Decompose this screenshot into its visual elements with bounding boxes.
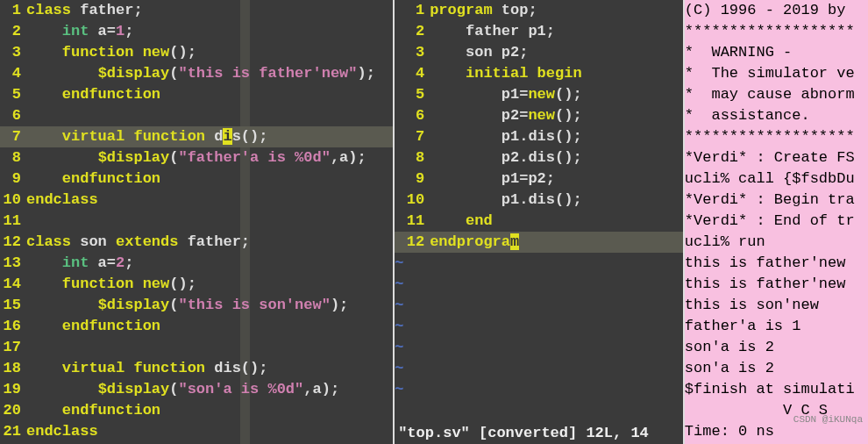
terminal-line: * assistance. <box>685 105 868 126</box>
line-number: 1 <box>395 0 430 21</box>
output-terminal-pane[interactable]: (C) 1996 - 2019 by ******************** … <box>685 0 868 444</box>
terminal-line: this is father'new <box>685 253 868 274</box>
code-line[interactable]: 19 $display("son'a is %0d",a); <box>0 379 393 400</box>
empty-line-tilde: ~ <box>395 358 683 379</box>
left-editor-pane[interactable]: 1class father;2 int a=1;3 function new()… <box>0 0 393 444</box>
code-line[interactable]: 4 $display("this is father'new"); <box>0 63 393 84</box>
cursor: i <box>223 128 231 145</box>
code-line[interactable]: 21endclass <box>0 421 393 442</box>
code-line[interactable]: 1class father; <box>0 0 393 21</box>
code-line[interactable]: 12class son extends father; <box>0 232 393 253</box>
empty-line-tilde: ~ <box>395 253 683 274</box>
cursor: m <box>510 233 519 250</box>
code-line[interactable]: 17 <box>0 337 393 358</box>
line-number: 3 <box>395 42 430 63</box>
code-line[interactable]: 9 endfunction <box>0 168 393 190</box>
line-number: 16 <box>0 316 26 337</box>
empty-line-tilde: ~ <box>395 337 683 358</box>
empty-line-tilde: ~ <box>395 316 683 337</box>
line-number: 7 <box>395 126 430 147</box>
code-line[interactable]: 10endclass <box>0 190 393 211</box>
line-number: 10 <box>395 190 430 211</box>
code-line[interactable]: 11 <box>0 211 393 232</box>
terminal-line: this is son'new <box>685 295 868 316</box>
line-number: 11 <box>0 211 26 232</box>
empty-line-tilde: ~ <box>395 379 683 400</box>
terminal-line: (C) 1996 - 2019 by <box>685 0 868 21</box>
terminal-line: ucli% call {$fsdbDu <box>685 168 868 190</box>
line-number: 20 <box>0 400 26 421</box>
line-number: 4 <box>395 63 430 84</box>
code-line[interactable]: 12endprogram <box>395 232 683 253</box>
code-line[interactable]: 20 endfunction <box>0 400 393 421</box>
line-number: 4 <box>0 63 26 84</box>
terminal-line: ucli% run <box>685 232 868 253</box>
line-number: 6 <box>395 105 430 126</box>
line-number: 11 <box>395 211 430 232</box>
code-line[interactable]: 11 end <box>395 211 683 232</box>
right-editor-pane[interactable]: 1program top;2 father p1;3 son p2;4 init… <box>395 0 683 444</box>
line-number: 2 <box>395 21 430 42</box>
terminal-line: ******************* <box>685 21 868 42</box>
code-line[interactable]: 16 endfunction <box>0 316 393 337</box>
line-number: 1 <box>0 0 26 21</box>
code-line[interactable]: 14 function new(); <box>0 274 393 295</box>
terminal-line: *Verdi* : End of tr <box>685 211 868 232</box>
line-number: 5 <box>0 84 26 105</box>
code-line[interactable]: 2 father p1; <box>395 21 683 42</box>
line-number: 10 <box>0 190 26 211</box>
terminal-line: $finish at simulati <box>685 379 868 400</box>
code-line[interactable]: 18 virtual function dis(); <box>0 358 393 379</box>
status-bar: "top.sv" [converted] 12L, 14 <box>395 423 683 444</box>
code-line[interactable]: 8 p2.dis(); <box>395 147 683 168</box>
code-line[interactable]: 6 <box>0 105 393 126</box>
code-line[interactable]: 8 $display("father'a is %0d",a); <box>0 147 393 168</box>
line-number: 5 <box>395 84 430 105</box>
line-number: 17 <box>0 337 26 358</box>
line-number: 6 <box>0 105 26 126</box>
terminal-line: *Verdi* : Begin tra <box>685 190 868 211</box>
code-line[interactable]: 2 int a=1; <box>0 21 393 42</box>
terminal-line: father'a is 1 <box>685 316 868 337</box>
code-line[interactable]: 5 endfunction <box>0 84 393 105</box>
line-number: 18 <box>0 358 26 379</box>
line-number: 8 <box>0 147 26 168</box>
terminal-line: ******************* <box>685 126 868 147</box>
line-number: 7 <box>0 126 26 147</box>
code-line[interactable]: 1program top; <box>395 0 683 21</box>
line-number: 15 <box>0 295 26 316</box>
code-line[interactable]: 7 p1.dis(); <box>395 126 683 147</box>
code-line[interactable]: 13 int a=2; <box>0 253 393 274</box>
watermark: CSDN @iKUNqa <box>793 414 863 425</box>
code-line[interactable]: 4 initial begin <box>395 63 683 84</box>
line-number: 21 <box>0 421 26 442</box>
terminal-line: son'a is 2 <box>685 358 868 379</box>
line-number: 12 <box>0 232 26 253</box>
line-number: 14 <box>0 274 26 295</box>
line-number: 9 <box>395 168 430 190</box>
terminal-line: *Verdi* : Create FS <box>685 147 868 168</box>
line-number: 9 <box>0 168 26 190</box>
code-line[interactable]: 3 son p2; <box>395 42 683 63</box>
terminal-line: * WARNING - <box>685 42 868 63</box>
terminal-line: this is father'new <box>685 274 868 295</box>
code-line[interactable]: 9 p1=p2; <box>395 168 683 190</box>
code-line[interactable]: 5 p1=new(); <box>395 84 683 105</box>
empty-line-tilde: ~ <box>395 274 683 295</box>
code-line[interactable]: 10 p1.dis(); <box>395 190 683 211</box>
line-number: 19 <box>0 379 26 400</box>
code-line[interactable]: 6 p2=new(); <box>395 105 683 126</box>
line-number: 13 <box>0 253 26 274</box>
code-line[interactable]: 3 function new(); <box>0 42 393 63</box>
terminal-line: * The simulator ve <box>685 63 868 84</box>
line-number: 8 <box>395 147 430 168</box>
code-line[interactable]: 15 $display("this is son'new"); <box>0 295 393 316</box>
terminal-line: * may cause abnorm <box>685 84 868 105</box>
code-line[interactable]: 7 virtual function dis(); <box>0 126 393 147</box>
terminal-line: son'a is 2 <box>685 337 868 358</box>
line-number: 2 <box>0 21 26 42</box>
line-number: 3 <box>0 42 26 63</box>
empty-line-tilde: ~ <box>395 295 683 316</box>
line-number: 12 <box>395 232 430 253</box>
